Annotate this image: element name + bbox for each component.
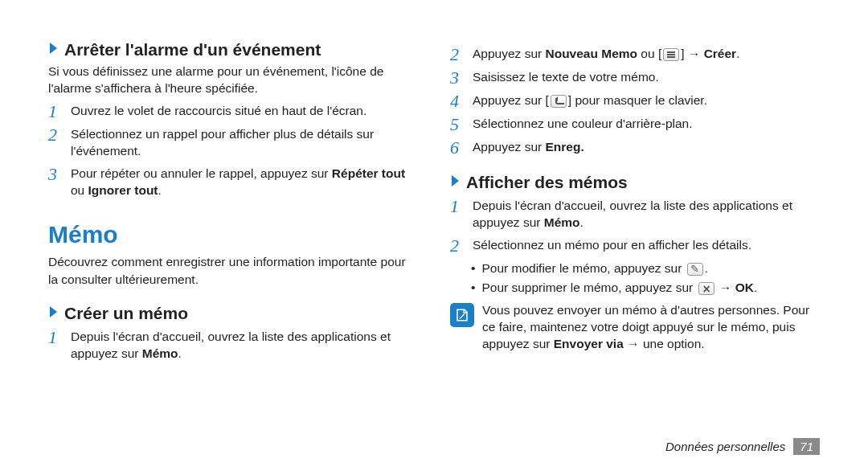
chevron-icon (450, 173, 461, 192)
left-column: Arrêter l'alarme d'un événement Si vous … (48, 40, 418, 367)
note-icon (450, 303, 474, 327)
step-item: 1 Depuis l'écran d'accueil, ouvrez la li… (450, 197, 820, 231)
step-text: Sélectionnez une couleur d'arrière-plan. (473, 115, 820, 133)
heading-view-memos-text: Afficher des mémos (466, 173, 628, 192)
chevron-icon (48, 40, 59, 59)
step-item: 1 Depuis l'écran d'accueil, ouvrez la li… (48, 328, 418, 362)
step-number: 1 (450, 197, 465, 231)
step-item: 5 Sélectionnez une couleur d'arrière-pla… (450, 115, 820, 133)
steps-create-memo: 1 Depuis l'écran d'accueil, ouvrez la li… (48, 328, 418, 362)
bullets-view-memos: Pour modifier le mémo, appuyez sur . Pou… (471, 260, 820, 297)
steps-create-memo-cont: 2 Appuyez sur Nouveau Memo ou [] → Créer… (450, 45, 820, 157)
heading-stop-alarm-text: Arrêter l'alarme d'un événement (64, 40, 321, 59)
pencil-icon (687, 263, 703, 276)
heading-create-memo-text: Créer un mémo (64, 304, 188, 323)
steps-view-memos: 1 Depuis l'écran d'accueil, ouvrez la li… (450, 197, 820, 255)
back-icon (551, 95, 567, 108)
bullet-text: Pour supprimer le mémo, appuyez sur → OK… (481, 279, 757, 296)
heading-create-memo: Créer un mémo (48, 304, 418, 323)
page-footer: Données personnelles 71 (665, 438, 820, 455)
footer-section-label: Données personnelles (665, 440, 785, 453)
step-number: 3 (48, 165, 63, 199)
step-number: 4 (450, 92, 465, 110)
heading-view-memos: Afficher des mémos (450, 173, 820, 192)
step-text: Depuis l'écran d'accueil, ouvrez la list… (71, 328, 418, 362)
bullet-item: Pour modifier le mémo, appuyez sur . (471, 260, 820, 276)
step-item: 1 Ouvrez le volet de raccourcis situé en… (48, 102, 418, 121)
chevron-icon (48, 304, 59, 323)
bullet-dot (471, 260, 475, 276)
step-number: 6 (450, 138, 465, 157)
note-text: Vous pouvez envoyer un mémo à d'autres p… (482, 301, 820, 353)
step-item: 2 Sélectionnez un mémo pour en afficher … (450, 236, 820, 255)
step-text: Sélectionnez un rappel pour afficher plu… (71, 125, 418, 160)
step-text: Sélectionnez un mémo pour en afficher le… (473, 236, 820, 255)
step-number: 2 (450, 236, 465, 255)
step-text: Appuyez sur [] pour masquer le clavier. (473, 92, 820, 110)
step-number: 1 (48, 328, 63, 362)
bullet-item: Pour supprimer le mémo, appuyez sur → OK… (471, 279, 820, 296)
step-number: 3 (450, 68, 465, 87)
step-number: 1 (48, 102, 63, 121)
step-text: Appuyez sur Enreg. (473, 138, 820, 157)
steps-stop-alarm: 1 Ouvrez le volet de raccourcis situé en… (48, 102, 418, 199)
intro-memo: Découvrez comment enregistrer une inform… (48, 253, 418, 288)
step-item: 4 Appuyez sur [] pour masquer le clavier… (450, 92, 820, 110)
step-number: 2 (450, 45, 465, 63)
step-number: 2 (48, 125, 63, 160)
step-text: Depuis l'écran d'accueil, ouvrez la list… (473, 197, 820, 231)
close-icon (698, 282, 714, 295)
step-item: 3 Pour répéter ou annuler le rappel, app… (48, 165, 418, 199)
step-text: Pour répéter ou annuler le rappel, appuy… (71, 165, 418, 199)
step-item: 6 Appuyez sur Enreg. (450, 138, 820, 157)
step-text: Ouvrez le volet de raccourcis situé en h… (71, 102, 418, 121)
bullet-text: Pour modifier le mémo, appuyez sur . (481, 260, 708, 276)
right-column: 2 Appuyez sur Nouveau Memo ou [] → Créer… (450, 40, 820, 367)
step-text: Appuyez sur Nouveau Memo ou [] → Créer. (473, 45, 820, 63)
step-item: 2 Sélectionnez un rappel pour afficher p… (48, 125, 418, 160)
step-item: 3 Saisissez le texte de votre mémo. (450, 68, 820, 87)
menu-icon (663, 48, 679, 61)
heading-stop-alarm: Arrêter l'alarme d'un événement (48, 40, 418, 59)
step-number: 5 (450, 115, 465, 133)
intro-stop-alarm: Si vous définissez une alarme pour un év… (48, 63, 418, 97)
page-number: 71 (793, 438, 820, 455)
bullet-dot (471, 279, 475, 296)
page-columns: Arrêter l'alarme d'un événement Si vous … (48, 40, 820, 367)
step-item: 2 Appuyez sur Nouveau Memo ou [] → Créer… (450, 45, 820, 63)
step-text: Saisissez le texte de votre mémo. (473, 68, 820, 87)
heading-memo: Mémo (48, 221, 418, 248)
note-row: Vous pouvez envoyer un mémo à d'autres p… (450, 301, 820, 353)
